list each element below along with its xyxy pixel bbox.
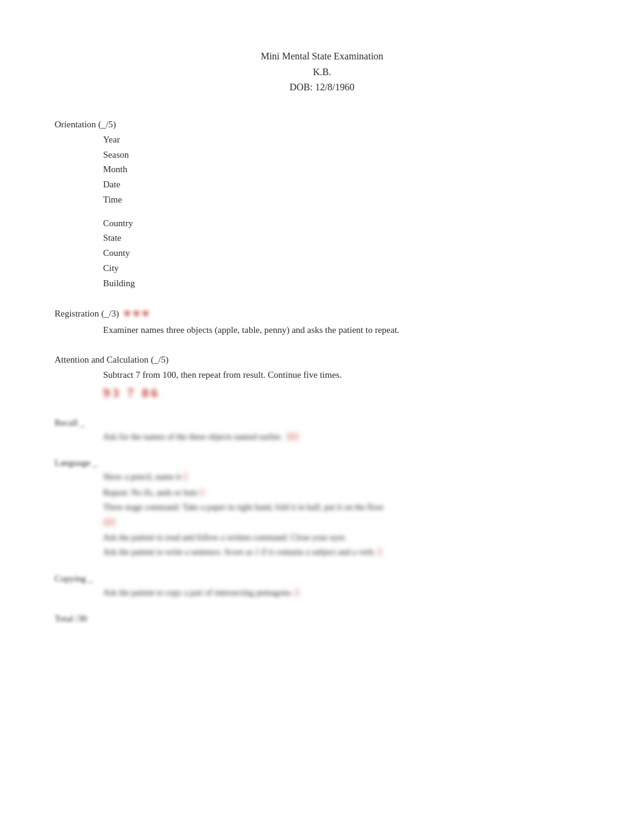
- attention-description: Subtract 7 from 100, then repeat from re…: [55, 367, 589, 383]
- header-title-line1: Mini Mental State Examination: [55, 49, 589, 64]
- orientation-section: Orientation (_/5) Year Season Month Date…: [55, 119, 589, 291]
- orientation-items-set1: Year Season Month Date Time: [55, 132, 589, 207]
- orientation-county: County: [103, 246, 589, 261]
- orientation-date: Date: [103, 177, 589, 192]
- orientation-month: Month: [103, 162, 589, 177]
- orientation-year: Year: [103, 132, 589, 147]
- attention-section: Attention and Calculation (_/5) Subtract…: [55, 355, 589, 401]
- document-header: Mini Mental State Examination K.B. DOB: …: [55, 49, 589, 95]
- orientation-state: State: [103, 230, 589, 246]
- header-title-line3: DOB: 12/8/1960: [55, 79, 589, 95]
- recall-score: 3/3: [286, 429, 298, 445]
- attention-title: Attention and Calculation (_/5): [55, 355, 589, 365]
- orientation-city: City: [103, 261, 589, 276]
- orientation-building: Building: [103, 276, 589, 291]
- lang-score3: 3/3: [103, 515, 115, 531]
- orientation-title: Orientation (_/5): [55, 119, 589, 130]
- total-score: Total /30: [55, 614, 589, 624]
- attention-scores: 93 7 86: [103, 385, 160, 401]
- registration-title: Registration (_/3) ♥ ♥ ♥: [55, 307, 589, 320]
- copying-score: 1: [295, 585, 300, 601]
- header-title-line2: K.B.: [55, 64, 589, 80]
- registration-section: Registration (_/3) ♥ ♥ ♥ Examiner names …: [55, 307, 589, 338]
- language-title: Language _: [55, 458, 589, 468]
- copying-title: Copying _: [55, 574, 589, 584]
- language-section: Language _ Show a pencil, name it 1 Repe…: [55, 458, 589, 560]
- orientation-time: Time: [103, 192, 589, 207]
- lang-score2: 1: [200, 485, 204, 501]
- orientation-items-set2: Country State County City Building: [55, 216, 589, 291]
- language-body: Show a pencil, name it 1 Repeat: No ifs,…: [55, 469, 589, 560]
- recall-section: Recall _ Ask for the names of the three …: [55, 418, 589, 445]
- copying-description: Ask the patient to copy a pair of inters…: [55, 585, 589, 601]
- recall-title: Recall _: [55, 418, 589, 428]
- copying-section: Copying _ Ask the patient to copy a pair…: [55, 574, 589, 601]
- lang-score1: 1: [183, 469, 187, 485]
- registration-score: ♥ ♥ ♥: [124, 307, 149, 320]
- lang-score4: 1: [378, 545, 383, 560]
- recall-description: Ask for the names of the three objects n…: [55, 429, 589, 445]
- orientation-season: Season: [103, 147, 589, 163]
- registration-description: Examiner names three objects (apple, tab…: [55, 323, 589, 338]
- orientation-country: Country: [103, 216, 589, 231]
